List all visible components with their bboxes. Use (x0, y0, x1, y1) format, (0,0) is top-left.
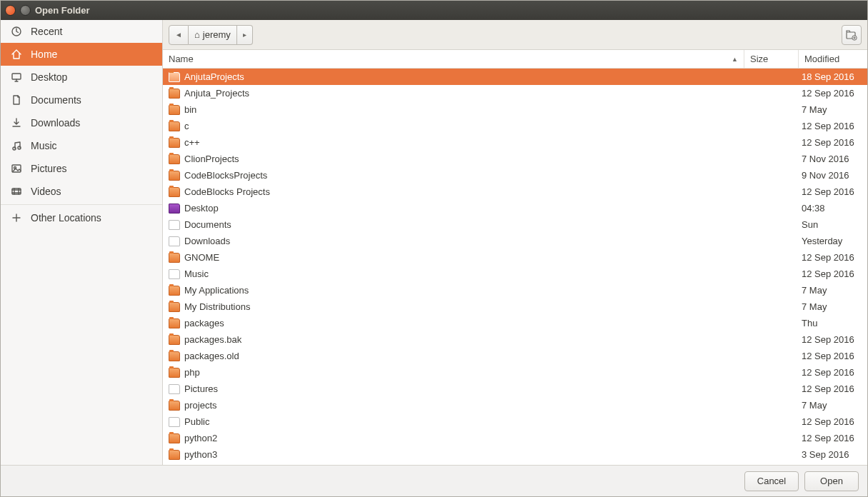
file-name: packages (184, 318, 224, 328)
open-button[interactable]: Open (804, 471, 859, 491)
file-row[interactable]: Music12 Sep 2016 (163, 266, 867, 282)
file-row[interactable]: bin7 May (163, 101, 867, 118)
path-forward-button[interactable]: ▸ (237, 25, 253, 45)
file-modified: 7 May (799, 285, 867, 296)
file-row[interactable]: ClionProjects7 Nov 2016 (163, 151, 867, 167)
file-row[interactable]: CodeBlocks Projects12 Sep 2016 (163, 184, 867, 200)
file-row[interactable]: CodeBlocksProjects9 Nov 2016 (163, 167, 867, 184)
path-current-label: jeremy (203, 29, 231, 40)
sidebar-separator (1, 204, 162, 205)
file-name: Music (184, 268, 209, 279)
folder-icon (169, 401, 180, 411)
pictures-icon (11, 163, 22, 174)
file-modified: 3 Sep 2016 (799, 449, 867, 460)
sidebar-item-other-locations[interactable]: Other Locations (1, 206, 162, 229)
close-icon[interactable] (5, 5, 16, 16)
open-folder-dialog: Open Folder RecentHomeDesktopDocumentsDo… (0, 0, 868, 497)
path-bar: ◄ ⌂ jeremy ▸ (163, 20, 867, 50)
file-name: python3 (184, 449, 217, 460)
path-back-button[interactable]: ◄ (169, 25, 189, 45)
new-folder-button[interactable] (842, 25, 862, 45)
file-row[interactable]: DownloadsYesterday (163, 233, 867, 249)
sidebar-item-desktop[interactable]: Desktop (1, 66, 162, 89)
folder-icon (169, 154, 180, 164)
file-modified: 7 May (799, 400, 867, 411)
folder-icon (169, 72, 180, 82)
file-modified: 04:38 (799, 203, 867, 214)
file-row[interactable]: python33 Sep 2016 (163, 446, 867, 463)
file-name: Anjuta_Projects (184, 88, 249, 99)
folder-icon (169, 368, 180, 378)
sidebar-item-label: Home (31, 49, 57, 60)
folder-icon (169, 253, 180, 263)
file-name: Downloads (184, 236, 230, 246)
file-row[interactable]: projects7 May (163, 397, 867, 413)
minimize-icon[interactable] (20, 5, 31, 16)
sidebar-item-label: Recent (31, 26, 62, 37)
file-row[interactable]: Public12 Sep 2016 (163, 413, 867, 430)
new-folder-icon (846, 29, 857, 41)
file-name: php (184, 367, 200, 378)
header-size[interactable]: Size (744, 50, 799, 68)
file-row[interactable]: Anjuta_Projects12 Sep 2016 (163, 85, 867, 101)
titlebar[interactable]: Open Folder (1, 1, 867, 20)
dialog-footer: Cancel Open (1, 465, 867, 496)
file-row[interactable]: Pictures12 Sep 2016 (163, 381, 867, 397)
folder-icon (169, 236, 180, 246)
folder-icon (169, 351, 180, 361)
file-modified: 12 Sep 2016 (799, 383, 867, 394)
folder-icon (169, 269, 180, 279)
header-name[interactable]: Name▲ (163, 50, 744, 68)
file-modified: 12 Sep 2016 (799, 334, 867, 345)
folder-icon (169, 417, 180, 427)
file-modified: 12 Sep 2016 (799, 137, 867, 148)
sidebar-item-documents[interactable]: Documents (1, 89, 162, 111)
sidebar-item-home[interactable]: Home (1, 43, 162, 66)
file-name: python2 (184, 433, 217, 443)
folder-icon (169, 220, 180, 230)
folder-icon (169, 171, 180, 181)
file-modified: 7 May (799, 104, 867, 115)
file-list[interactable]: AnjutaProjects18 Sep 2016Anjuta_Projects… (163, 69, 867, 465)
file-name: My Applications (184, 285, 249, 296)
file-name: c (184, 121, 189, 131)
file-name: CodeBlocks Projects (184, 186, 270, 197)
file-modified: 9 Nov 2016 (799, 170, 867, 181)
file-row[interactable]: c12 Sep 2016 (163, 118, 867, 134)
header-modified[interactable]: Modified (799, 50, 867, 68)
sidebar-item-pictures[interactable]: Pictures (1, 157, 162, 180)
file-modified: Sun (799, 219, 867, 230)
path-current[interactable]: ⌂ jeremy (189, 25, 237, 45)
folder-icon (169, 384, 180, 394)
file-row[interactable]: packagesThu (163, 315, 867, 331)
file-name: GNOME (184, 252, 219, 263)
sidebar-item-downloads[interactable]: Downloads (1, 111, 162, 134)
file-modified: 12 Sep 2016 (799, 88, 867, 99)
svg-point-3 (18, 146, 21, 149)
file-modified: 12 Sep 2016 (799, 416, 867, 427)
file-row[interactable]: packages.bak12 Sep 2016 (163, 331, 867, 348)
sidebar-item-music[interactable]: Music (1, 134, 162, 157)
file-modified: Yesterday (799, 236, 867, 246)
folder-icon (169, 318, 180, 328)
file-row[interactable]: DocumentsSun (163, 216, 867, 233)
sidebar-item-videos[interactable]: Videos (1, 180, 162, 203)
file-row[interactable]: python212 Sep 2016 (163, 430, 867, 446)
file-row[interactable]: php12 Sep 2016 (163, 364, 867, 381)
clock-icon (11, 26, 22, 37)
folder-icon (169, 286, 180, 296)
file-row[interactable]: Desktop04:38 (163, 200, 867, 216)
window-title: Open Folder (35, 5, 90, 16)
file-row[interactable]: AnjutaProjects18 Sep 2016 (163, 69, 867, 85)
music-icon (11, 140, 22, 151)
file-row[interactable]: GNOME12 Sep 2016 (163, 249, 867, 266)
file-row[interactable]: My Applications7 May (163, 282, 867, 298)
file-modified: 7 May (799, 301, 867, 312)
folder-icon (169, 187, 180, 197)
file-name: packages.old (184, 351, 239, 361)
file-row[interactable]: My Distributions7 May (163, 298, 867, 315)
cancel-button[interactable]: Cancel (744, 471, 799, 491)
file-row[interactable]: c++12 Sep 2016 (163, 134, 867, 151)
file-row[interactable]: packages.old12 Sep 2016 (163, 348, 867, 364)
sidebar-item-recent[interactable]: Recent (1, 20, 162, 43)
